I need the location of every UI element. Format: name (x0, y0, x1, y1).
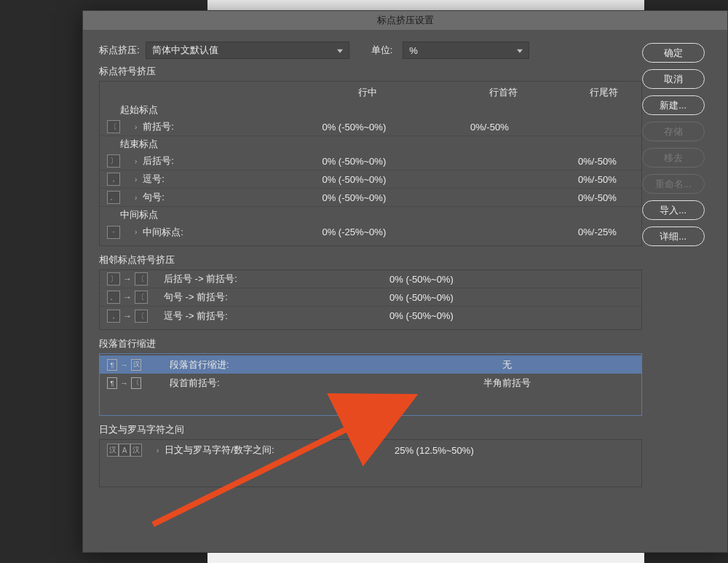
expand-icon[interactable]: › (135, 228, 137, 236)
adj-value: 0% (-50%~0%) (368, 292, 641, 303)
unit-value: % (409, 45, 418, 56)
adj-row-comma-open[interactable]: ， → 〔 逗号 -> 前括号: 0% (-50%~0%) (100, 307, 641, 325)
adj-label: 后括号 -> 前括号: (164, 272, 368, 286)
row-label: 逗号: (143, 173, 282, 186)
comma-icon: ， (107, 310, 120, 323)
arrow-icon: → (123, 274, 132, 284)
header-mid: 行中 (296, 86, 439, 99)
indent-label: 段落首行缩进: (170, 358, 373, 371)
button-column: 确定 取消 新建... 存储 移去 重命名... 导入... 详细... (642, 42, 727, 495)
value-end: 0%/-50% (553, 156, 641, 167)
indent-icons: ¶ → 〔 (107, 377, 164, 389)
latin-icon: A (119, 444, 130, 457)
indent-value: 半角前括号 (373, 377, 641, 390)
preset-label: 标点挤压: (99, 44, 140, 57)
adj-icons: 。 → 〔 (107, 291, 164, 304)
table-header: 行中 行首符 行尾符 (100, 82, 641, 102)
save-button: 存储 (642, 122, 705, 141)
close-bracket-icon: 〕 (107, 154, 120, 168)
arrow-icon: → (120, 379, 128, 387)
expand-icon[interactable]: › (135, 176, 137, 184)
row-label: 后括号: (143, 154, 282, 168)
row-open-bracket[interactable]: 〔 › 前括号: 0% (-50%~0%) 0%/-50% (100, 118, 641, 136)
preset-select[interactable]: 简体中文默认值 (146, 42, 349, 59)
indent-row-bracket[interactable]: ¶ → 〔 段首前括号: 半角前括号 (100, 374, 641, 392)
midpoint-icon: ・ (107, 226, 120, 239)
indent-icons: ¶ → 汉 (107, 359, 164, 371)
cjk-icon: 汉 (131, 359, 141, 371)
row-midpoint[interactable]: ・ › 中间标点: 0% (-25%~0%) 0%/-25% (100, 223, 641, 241)
value-start: 0%/-50% (425, 122, 553, 133)
row-period[interactable]: 。 › 句号: 0% (-50%~0%) 0%/-50% (100, 189, 641, 207)
cjk-icon: 汉 (107, 444, 119, 457)
value-mid: 0% (-25%~0%) (282, 227, 425, 237)
adj-icons: 〕 → 〔 (107, 272, 164, 286)
row-label: 句号: (143, 191, 282, 204)
panel-japanese-roman: 汉 A 汉 › 日文与罗马字符/数字之间: 25% (12.5%~50%) (99, 439, 642, 487)
indent-value: 无 (373, 358, 641, 371)
comma-icon: ， (107, 173, 120, 186)
panel-adjacent: 〕 → 〔 后括号 -> 前括号: 0% (-50%~0%) 。 → 〔 句号 … (99, 269, 642, 330)
new-button[interactable]: 新建... (642, 95, 705, 115)
adj-value: 0% (-50%~0%) (368, 310, 641, 321)
value-mid: 0% (-50%~0%) (282, 156, 425, 167)
remove-button: 移去 (642, 148, 705, 168)
period-icon: 。 (107, 291, 120, 304)
section2-title: 相邻标点符号挤压 (99, 253, 642, 267)
section1-title: 标点符号挤压 (99, 65, 642, 78)
expand-icon[interactable]: › (135, 123, 137, 131)
value-mid: 0% (-50%~0%) (282, 192, 425, 203)
close-bracket-icon: 〕 (107, 272, 120, 286)
row-close-bracket[interactable]: 〕 › 后括号: 0% (-50%~0%) 0%/-50% (100, 152, 641, 170)
adj-label: 句号 -> 前括号: (164, 291, 368, 304)
open-bracket-icon: 〔 (135, 291, 148, 304)
adj-icons: ， → 〔 (107, 310, 164, 323)
dialog-title: 标点挤压设置 (377, 14, 434, 27)
unit-label: 单位: (371, 44, 393, 57)
expand-icon[interactable]: › (135, 194, 137, 202)
section3-title: 段落首行缩进 (99, 337, 642, 350)
pilcrow-icon: ¶ (107, 377, 117, 389)
arrow-icon: → (123, 311, 132, 321)
jp-label: 日文与罗马字符/数字之间: (165, 444, 361, 457)
expand-icon[interactable]: › (135, 157, 137, 165)
group-open: 起始标点 (100, 102, 641, 118)
arrow-icon: → (123, 292, 132, 302)
open-bracket-icon: 〔 (131, 377, 141, 389)
cancel-button[interactable]: 取消 (642, 69, 705, 89)
row-comma[interactable]: ， › 逗号: 0% (-50%~0%) 0%/-50% (100, 170, 641, 189)
arrow-icon: → (120, 361, 128, 369)
row-label: 中间标点: (143, 226, 282, 239)
import-button[interactable]: 导入... (642, 200, 705, 220)
jp-value: 25% (12.5%~50%) (361, 445, 507, 456)
background-document-bottom (207, 553, 644, 563)
unit-select[interactable]: % (403, 42, 529, 59)
section4-title: 日文与罗马字符之间 (99, 423, 642, 436)
titlebar: 标点挤压设置 (83, 11, 727, 30)
value-end: 0%/-50% (553, 192, 641, 203)
period-icon: 。 (107, 191, 120, 204)
value-end: 0%/-25% (553, 227, 641, 237)
adj-row-period-open[interactable]: 。 → 〔 句号 -> 前括号: 0% (-50%~0%) (100, 288, 641, 307)
value-mid: 0% (-50%~0%) (282, 174, 425, 185)
expand-icon[interactable]: › (157, 446, 159, 454)
panel-indent: ¶ → 汉 段落首行缩进: 无 ¶ → 〔 段首前括号: (99, 353, 642, 416)
mojikumi-dialog: 标点挤压设置 标点挤压: 简体中文默认值 单位: % 标点符号挤压 行中 行首符 (82, 10, 728, 553)
preset-value: 简体中文默认值 (152, 44, 218, 57)
indent-label: 段首前括号: (170, 377, 373, 390)
header-start: 行首符 (439, 86, 567, 99)
open-bracket-icon: 〔 (107, 120, 120, 133)
jp-icons: 汉 A 汉 (107, 444, 157, 457)
adj-label: 逗号 -> 前括号: (164, 310, 368, 323)
indent-row-paragraph[interactable]: ¶ → 汉 段落首行缩进: 无 (100, 355, 641, 374)
value-mid: 0% (-50%~0%) (282, 122, 425, 133)
adj-row-close-open[interactable]: 〕 → 〔 后括号 -> 前括号: 0% (-50%~0%) (100, 270, 641, 288)
group-mid: 中间标点 (100, 207, 641, 223)
open-bracket-icon: 〔 (135, 310, 148, 323)
group-close: 结束标点 (100, 136, 641, 152)
ok-button[interactable]: 确定 (642, 43, 705, 63)
detail-button[interactable]: 详细... (642, 227, 705, 246)
value-end: 0%/-50% (553, 174, 641, 185)
panel-punctuation: 行中 行首符 行尾符 起始标点 〔 › 前括号: 0% (-50%~0%) 0%… (99, 81, 642, 246)
jp-roman-row[interactable]: 汉 A 汉 › 日文与罗马字符/数字之间: 25% (12.5%~50%) (100, 440, 641, 460)
